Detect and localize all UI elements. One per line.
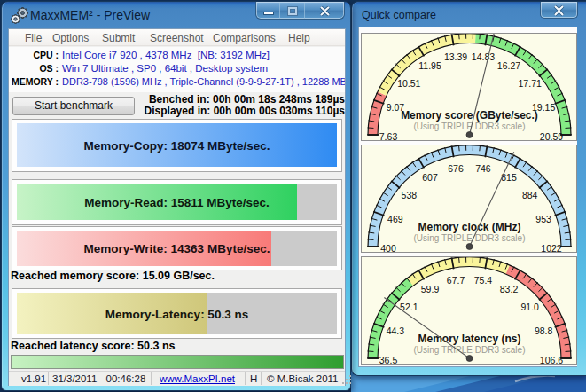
svg-text:953: 953 bbox=[535, 214, 551, 224]
svg-text:(Using TRIPLE DDR3 scale): (Using TRIPLE DDR3 scale) bbox=[414, 122, 526, 131]
svg-text:(Using TRIPLE DDR3 scale): (Using TRIPLE DDR3 scale) bbox=[414, 233, 526, 243]
svg-text:469: 469 bbox=[387, 214, 403, 224]
svg-text:83.2: 83.2 bbox=[500, 284, 519, 294]
svg-text:538: 538 bbox=[402, 190, 418, 200]
svg-text:75.4: 75.4 bbox=[474, 275, 493, 286]
svg-text:20.59: 20.59 bbox=[540, 131, 563, 141]
svg-text:Memory score (GByte/sec.): Memory score (GByte/sec.) bbox=[401, 109, 538, 122]
svg-text:400: 400 bbox=[380, 243, 396, 253]
svg-text:1022: 1022 bbox=[541, 243, 562, 253]
svg-text:16.27: 16.27 bbox=[497, 60, 520, 71]
svg-text:884: 884 bbox=[522, 190, 538, 200]
svg-text:Memory clock (MHz): Memory clock (MHz) bbox=[418, 221, 520, 233]
svg-text:98.8: 98.8 bbox=[535, 325, 553, 336]
svg-text:106.6: 106.6 bbox=[540, 355, 563, 365]
svg-text:36.5: 36.5 bbox=[379, 355, 398, 365]
svg-text:13.39: 13.39 bbox=[444, 51, 467, 62]
svg-text:91.0: 91.0 bbox=[520, 302, 539, 312]
svg-text:746: 746 bbox=[475, 163, 491, 174]
svg-text:59.9: 59.9 bbox=[421, 284, 440, 294]
svg-text:67.7: 67.7 bbox=[447, 275, 465, 286]
svg-text:10.51: 10.51 bbox=[397, 78, 420, 89]
svg-text:(Using TRIPLE DDR3 scale): (Using TRIPLE DDR3 scale) bbox=[414, 345, 526, 355]
svg-text:17.71: 17.71 bbox=[519, 78, 542, 89]
svg-text:11.95: 11.95 bbox=[418, 60, 441, 71]
svg-text:14.83: 14.83 bbox=[472, 51, 495, 62]
svg-text:7.63: 7.63 bbox=[379, 131, 398, 141]
svg-text:Memory latency (ns): Memory latency (ns) bbox=[418, 333, 520, 345]
svg-text:44.3: 44.3 bbox=[387, 325, 405, 336]
svg-text:607: 607 bbox=[422, 172, 438, 183]
svg-text:676: 676 bbox=[448, 163, 464, 174]
